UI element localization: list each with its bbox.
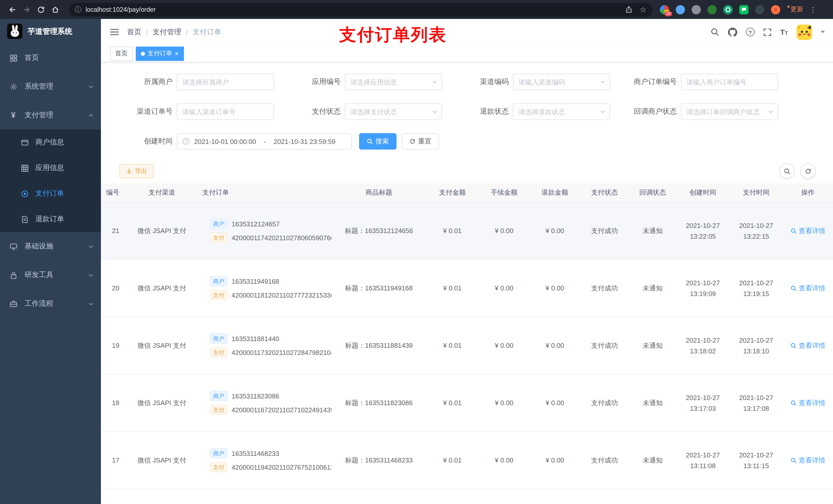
browser-home-icon[interactable]: [48, 2, 63, 17]
clock-icon: [182, 138, 190, 145]
view-detail-link[interactable]: 查看详情: [790, 341, 825, 350]
refund-status-filter-select[interactable]: [513, 103, 610, 120]
help-icon[interactable]: ?: [746, 28, 754, 37]
app-logo[interactable]: 芋道管理系统: [0, 19, 101, 44]
filter-field-pay-status: 支付状态: [284, 103, 442, 120]
extension-icon-gray[interactable]: [692, 5, 701, 14]
search-icon: [367, 138, 373, 144]
extension-icon-blue[interactable]: [676, 5, 685, 14]
sidebar-item-home[interactable]: 首页: [0, 44, 101, 72]
row-pay-amount: ¥ 0.01: [426, 399, 478, 407]
order-table: 编号 支付渠道 支付订单 商品标题 支付金额 手续金额 退款金额 支付状态 回调…: [101, 183, 833, 504]
sidebar-item-system[interactable]: 系统管理: [0, 72, 101, 101]
sidebar-item-pay-order[interactable]: 支付订单: [0, 181, 101, 207]
search-button[interactable]: 搜索: [359, 133, 397, 149]
browser-reload-icon[interactable]: [34, 2, 48, 17]
date-range-picker[interactable]: 2021-10-01 00:00:00 - 2021-10-31 23:59:5…: [177, 133, 352, 149]
pay-status-filter-select[interactable]: [345, 103, 442, 120]
notify-status-filter-field[interactable]: [681, 103, 778, 120]
sidebar-item-devtools[interactable]: 研发工具: [0, 261, 101, 289]
search-icon[interactable]: [710, 28, 719, 37]
sidebar-item-infra[interactable]: 基础设施: [0, 232, 101, 261]
breadcrumb-pay-manage[interactable]: 支付管理: [153, 27, 181, 37]
extension-icon-chat[interactable]: [739, 5, 748, 14]
row-notify-status: 未通知: [629, 398, 676, 407]
header-actions: ? TT: [710, 24, 825, 40]
sidebar-item-refund-order[interactable]: 退款订单: [0, 207, 101, 232]
merchant-order-no-input-field[interactable]: [681, 74, 778, 90]
channel-order-no-input-field[interactable]: [177, 103, 274, 120]
sidebar-item-workflow[interactable]: 工作流程: [0, 289, 101, 318]
tab-close-icon[interactable]: ×: [175, 50, 178, 57]
col-header-channel: 支付渠道: [132, 188, 192, 197]
app-no-filter-select[interactable]: [345, 74, 442, 90]
merchant-badge: 商户: [210, 276, 228, 286]
merchant-filter-input-field[interactable]: [177, 74, 274, 90]
row-fee-amount: ¥ 0.00: [478, 284, 530, 292]
row-product-title: 标题：1635312124656: [331, 226, 426, 235]
pay-order-no: 4200001174202110278060590766: [232, 234, 331, 241]
view-detail-link[interactable]: 查看详情: [790, 456, 825, 465]
browser-menu-icon[interactable]: ⋮: [809, 5, 817, 14]
table-right-tools: [779, 163, 815, 179]
pay-submenu: 商户信息 应用信息 支付订单: [0, 129, 101, 232]
bookmark-star-icon[interactable]: ☆: [640, 5, 646, 14]
row-created-time: 2021-10-2713:17:03: [676, 392, 730, 414]
breadcrumb-home[interactable]: 首页: [127, 27, 141, 37]
github-icon[interactable]: [728, 27, 737, 37]
merchant-order-no-input[interactable]: [681, 74, 778, 90]
table-row: 17 微信 JSAPI 支付 商户 1635311468233 支付 42000…: [101, 432, 833, 489]
export-button[interactable]: 导出: [119, 164, 154, 178]
browser-update-button[interactable]: 更新: [787, 5, 803, 14]
pay-status-filter-field[interactable]: [345, 103, 442, 120]
row-channel: 微信 JSAPI 支付: [132, 284, 192, 293]
refund-status-filter-field[interactable]: [513, 103, 610, 120]
row-product-title: 标题：1635311881439: [331, 341, 426, 350]
export-button-label: 导出: [135, 167, 147, 175]
row-refund-amount: ¥ 0.00: [530, 227, 580, 235]
channel-code-filter-field[interactable]: [513, 74, 610, 90]
tab-pay-order[interactable]: 支付订单 ×: [136, 46, 184, 61]
tab-home[interactable]: 首页: [110, 46, 133, 61]
title-value: 1635311468233: [365, 456, 413, 464]
sidebar-toggle-icon[interactable]: [110, 28, 119, 36]
refresh-table-button[interactable]: [800, 163, 815, 179]
channel-order-no-input[interactable]: [177, 103, 274, 120]
notify-status-filter-select[interactable]: [681, 103, 778, 120]
user-avatar[interactable]: [796, 24, 812, 40]
extension-icon-ring[interactable]: [723, 5, 733, 14]
extension-icon-green[interactable]: [708, 5, 717, 14]
filter-field-merchant: 所属商户: [116, 74, 274, 90]
view-detail-link[interactable]: 查看详情: [790, 284, 825, 293]
merchant-filter-input[interactable]: [177, 74, 274, 90]
channel-code-filter-select[interactable]: [513, 74, 610, 90]
row-created-time: 2021-10-2713:18:02: [676, 335, 730, 356]
toggle-search-button[interactable]: [779, 163, 794, 179]
browser-back-icon[interactable]: [5, 2, 20, 17]
sidebar-item-merchant-info[interactable]: 商户信息: [0, 129, 101, 155]
browser-forward-icon[interactable]: [20, 2, 34, 17]
sidebar-item-pay[interactable]: ¥ 支付管理: [0, 101, 101, 129]
row-channel: 微信 JSAPI 支付: [132, 341, 192, 350]
view-detail-link[interactable]: 查看详情: [790, 226, 825, 235]
share-icon[interactable]: [625, 6, 633, 13]
extension-icon-dark[interactable]: [755, 5, 764, 14]
sidebar-item-app-info[interactable]: 应用信息: [0, 155, 101, 181]
avatar-caret-icon[interactable]: [821, 31, 825, 33]
extension-icon-colorful[interactable]: 10: [660, 5, 669, 14]
dashboard-icon: [9, 54, 18, 62]
reset-button[interactable]: 重置: [402, 133, 439, 149]
view-detail-link[interactable]: 查看详情: [790, 398, 825, 407]
app-no-filter-field[interactable]: [345, 74, 442, 90]
address-bar[interactable]: ⓘ localhost:1024/pay/order ☆: [69, 3, 653, 16]
row-id: 19: [101, 342, 132, 349]
browser-profile-icon[interactable]: [771, 5, 780, 14]
row-pay-order: 商户 1635312124657 支付 42000011742021102780…: [192, 202, 331, 259]
filter-field-merchant-order-no: 商户订单编号: [620, 74, 778, 90]
table-toolbar: 导出: [101, 163, 833, 179]
site-info-icon[interactable]: ⓘ: [75, 5, 81, 14]
row-pay-amount: ¥ 0.01: [426, 284, 478, 292]
filter-label: 创建时间: [116, 137, 177, 146]
fullscreen-icon[interactable]: [763, 28, 771, 36]
font-size-icon[interactable]: TT: [780, 28, 788, 36]
